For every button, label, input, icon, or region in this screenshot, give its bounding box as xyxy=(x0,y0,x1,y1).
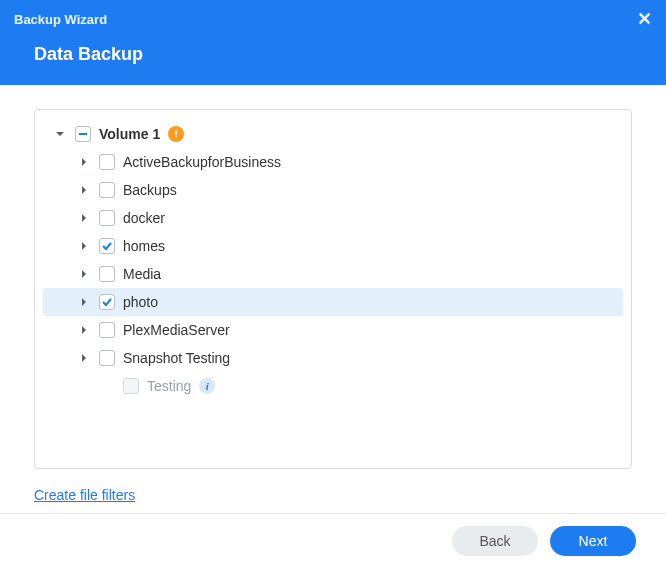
tree-row-activebackup[interactable]: ActiveBackupforBusiness xyxy=(43,148,623,176)
folder-tree: Volume 1 ! ActiveBackupforBusiness Backu… xyxy=(34,109,632,469)
tree-label: Snapshot Testing xyxy=(123,350,230,366)
tree-row-plex[interactable]: PlexMediaServer xyxy=(43,316,623,344)
chevron-right-icon[interactable] xyxy=(77,267,91,281)
warning-icon[interactable]: ! xyxy=(168,126,184,142)
checkbox-snapshot[interactable] xyxy=(99,350,115,366)
tree-label: ActiveBackupforBusiness xyxy=(123,154,281,170)
create-file-filters-link[interactable]: Create file filters xyxy=(34,487,135,503)
chevron-right-icon[interactable] xyxy=(77,239,91,253)
tree-label: docker xyxy=(123,210,165,226)
dialog-subtitle: Data Backup xyxy=(34,44,143,64)
checkbox-volume1[interactable] xyxy=(75,126,91,142)
close-icon[interactable]: ✕ xyxy=(637,8,652,30)
chevron-right-icon[interactable] xyxy=(77,295,91,309)
dialog-body: Volume 1 ! ActiveBackupforBusiness Backu… xyxy=(0,85,666,473)
dialog-footer: Back Next xyxy=(0,514,666,568)
tree-row-docker[interactable]: docker xyxy=(43,204,623,232)
checkbox-docker[interactable] xyxy=(99,210,115,226)
tree-label: Testing xyxy=(147,378,191,394)
tree-label: PlexMediaServer xyxy=(123,322,230,338)
tree-row-backups[interactable]: Backups xyxy=(43,176,623,204)
chevron-right-icon[interactable] xyxy=(77,155,91,169)
dialog-title: Backup Wizard xyxy=(14,12,107,27)
checkbox-photo[interactable] xyxy=(99,294,115,310)
checkbox-testing xyxy=(123,378,139,394)
tree-label: Backups xyxy=(123,182,177,198)
subtitle-row: Data Backup xyxy=(0,36,666,85)
checkbox-activebackup[interactable] xyxy=(99,154,115,170)
chevron-right-icon[interactable] xyxy=(77,211,91,225)
tree-row-photo[interactable]: photo xyxy=(43,288,623,316)
tree-label-volume1: Volume 1 xyxy=(99,126,160,142)
checkbox-backups[interactable] xyxy=(99,182,115,198)
info-icon[interactable]: i xyxy=(199,378,215,394)
tree-row-testing: Testing i xyxy=(43,372,623,400)
chevron-down-icon[interactable] xyxy=(53,127,67,141)
chevron-right-icon[interactable] xyxy=(77,323,91,337)
chevron-right-icon[interactable] xyxy=(77,183,91,197)
title-row: Backup Wizard ✕ xyxy=(0,0,666,36)
tree-row-homes[interactable]: homes xyxy=(43,232,623,260)
back-button[interactable]: Back xyxy=(452,526,538,556)
next-button[interactable]: Next xyxy=(550,526,636,556)
checkbox-homes[interactable] xyxy=(99,238,115,254)
footer-links: Create file filters xyxy=(0,473,666,513)
checkbox-media[interactable] xyxy=(99,266,115,282)
tree-label: Media xyxy=(123,266,161,282)
dialog-header: Backup Wizard ✕ Data Backup xyxy=(0,0,666,85)
backup-wizard-dialog: { "header": { "title_small": "Backup Wiz… xyxy=(0,0,666,568)
tree-label: homes xyxy=(123,238,165,254)
tree-row-snapshot[interactable]: Snapshot Testing xyxy=(43,344,623,372)
chevron-right-icon[interactable] xyxy=(77,351,91,365)
tree-row-media[interactable]: Media xyxy=(43,260,623,288)
tree-label: photo xyxy=(123,294,158,310)
checkbox-plex[interactable] xyxy=(99,322,115,338)
tree-row-volume1[interactable]: Volume 1 ! xyxy=(43,120,623,148)
